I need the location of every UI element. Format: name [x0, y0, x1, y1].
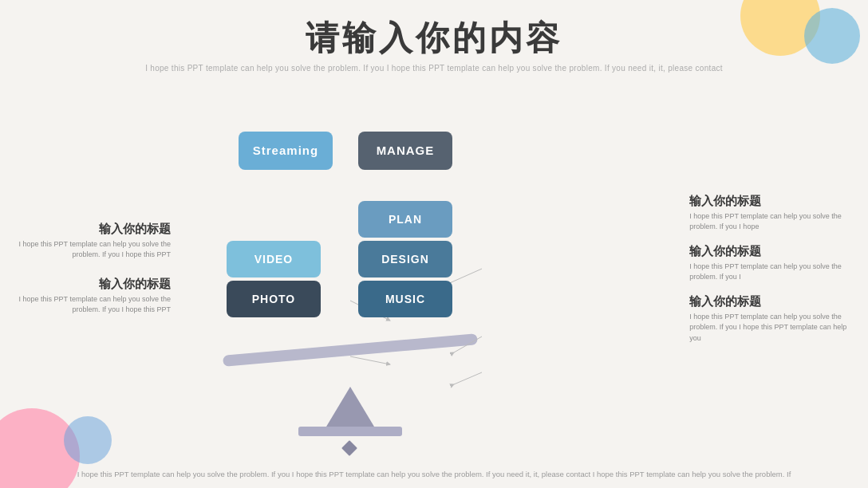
page-wrapper: 请输入你的内容 I hope this PPT template can hel… — [0, 0, 868, 488]
right-text-1: I hope this PPT template can help you so… — [689, 211, 852, 233]
right-annotation-1: 输入你的标题 I hope this PPT template can help… — [689, 194, 852, 233]
right-text-3: I hope this PPT template can help you so… — [689, 312, 852, 344]
box-streaming: Streaming — [239, 132, 333, 170]
svg-rect-3 — [341, 440, 357, 456]
left-title-2: 输入你的标题 — [16, 277, 171, 292]
full-diagram: Streaming MANAGE VIDEO PHOTO PLAN — [179, 109, 681, 428]
box-plan: PLAN — [358, 201, 452, 238]
main-title: 请输入你的内容 — [145, 16, 723, 61]
left-annotation-1: 输入你的标题 I hope this PPT template can help… — [16, 222, 171, 261]
right-annotations: 输入你的标题 I hope this PPT template can help… — [681, 194, 852, 344]
svg-rect-0 — [223, 333, 478, 367]
svg-marker-1 — [326, 387, 374, 427]
diagram-container: Streaming MANAGE VIDEO PHOTO PLAN — [179, 109, 681, 428]
right-title-1: 输入你的标题 — [689, 194, 852, 209]
svg-rect-2 — [298, 427, 402, 436]
svg-line-8 — [454, 372, 482, 384]
left-annotation-2: 输入你的标题 I hope this PPT template can help… — [16, 277, 171, 316]
box-design: DESIGN — [358, 241, 452, 277]
right-text-2: I hope this PPT template can help you so… — [689, 262, 852, 283]
right-title-2: 输入你的标题 — [689, 244, 852, 259]
footer-text: I hope this PPT template can help you so… — [77, 470, 791, 478]
box-video: VIDEO — [227, 241, 321, 277]
right-annotation-3: 输入你的标题 I hope this PPT template can help… — [689, 294, 852, 344]
footer: I hope this PPT template can help you so… — [45, 460, 823, 488]
right-annotation-2: 输入你的标题 I hope this PPT template can help… — [689, 244, 852, 283]
subtitle: I hope this PPT template can help you so… — [145, 64, 723, 73]
deco-circle-blue — [804, 8, 860, 64]
box-photo: PHOTO — [227, 281, 321, 317]
header: 请输入你的内容 I hope this PPT template can hel… — [145, 0, 723, 73]
box-music: MUSIC — [358, 281, 452, 317]
main-area: 输入你的标题 I hope this PPT template can help… — [0, 77, 868, 460]
svg-line-5 — [350, 356, 390, 364]
left-title-1: 输入你的标题 — [16, 222, 171, 237]
right-title-3: 输入你的标题 — [689, 294, 852, 309]
left-text-2: I hope this PPT template can help you so… — [16, 294, 171, 316]
left-text-1: I hope this PPT template can help you so… — [16, 239, 171, 261]
left-annotations: 输入你的标题 I hope this PPT template can help… — [16, 222, 179, 316]
box-manage: MANAGE — [358, 132, 452, 170]
